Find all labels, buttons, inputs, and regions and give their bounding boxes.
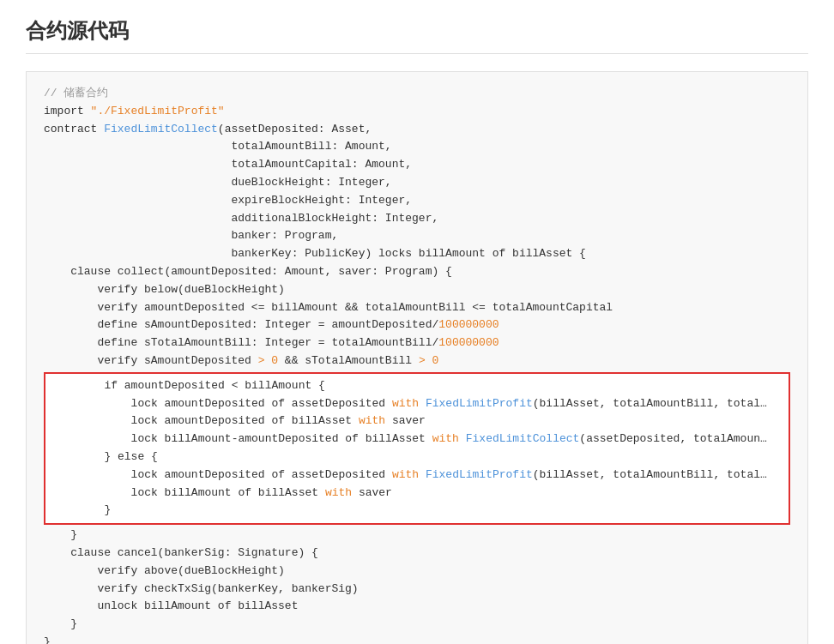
code-line-5: expireBlockHeight: Integer, — [44, 192, 790, 210]
code-line-12: define sAmountDeposited: Integer = amoun… — [44, 316, 790, 334]
code-line-7: banker: Program, — [44, 227, 790, 245]
after-line-6: } — [44, 616, 790, 634]
after-line-5: unlock billAmount of billAsset — [44, 598, 790, 616]
code-line-9: clause collect(amountDeposited: Amount, … — [44, 263, 790, 281]
after-line-4: verify checkTxSig(bankerKey, bankerSig) — [44, 581, 790, 599]
code-line-6: additionalBlockHeight: Integer, — [44, 210, 790, 228]
hl-line-1: if amountDeposited < billAmount { — [51, 377, 783, 395]
code-line-8: bankerKey: PublicKey) locks billAmount o… — [44, 245, 790, 263]
highlighted-code-block: if amountDeposited < billAmount { lock a… — [44, 372, 790, 525]
after-line-3: verify above(dueBlockHeight) — [44, 563, 790, 581]
code-line-11: verify amountDeposited <= billAmount && … — [44, 299, 790, 317]
code-line-3: totalAmountCapital: Amount, — [44, 156, 790, 174]
hl-line-8: } — [51, 502, 783, 520]
page-title: 合约源代码 — [26, 17, 808, 54]
code-line-4: dueBlockHeight: Integer, — [44, 174, 790, 192]
after-line-1: } — [44, 527, 790, 545]
hl-line-3: lock amountDeposited of billAsset with s… — [51, 412, 783, 430]
code-line-13: define sTotalAmountBill: Integer = total… — [44, 334, 790, 352]
code-line-comment: // 储蓄合约 — [44, 85, 790, 103]
code-line-2: totalAmountBill: Amount, — [44, 138, 790, 156]
hl-line-7: lock billAmount of billAsset with saver — [51, 485, 783, 503]
hl-line-6: lock amountDeposited of assetDeposited w… — [51, 466, 783, 485]
code-area: // 储蓄合约 import "./FixedLimitProfit" cont… — [26, 71, 808, 644]
code-line-import: import "./FixedLimitProfit" — [44, 103, 790, 121]
hl-line-5: } else { — [51, 448, 783, 466]
code-line-14: verify sAmountDeposited > 0 && sTotalAmo… — [44, 352, 790, 370]
page-container: 合约源代码 // 储蓄合约 import "./FixedLimitProfit… — [0, 0, 834, 644]
code-line-1: contract FixedLimitCollect(assetDeposite… — [44, 121, 790, 139]
hl-line-2: lock amountDeposited of assetDeposited w… — [51, 395, 783, 413]
after-line-2: clause cancel(bankerSig: Signature) { — [44, 545, 790, 563]
after-line-7: } — [44, 634, 790, 644]
code-line-10: verify below(dueBlockHeight) — [44, 281, 790, 299]
hl-line-4: lock billAmount-amountDeposited of billA… — [51, 430, 783, 448]
